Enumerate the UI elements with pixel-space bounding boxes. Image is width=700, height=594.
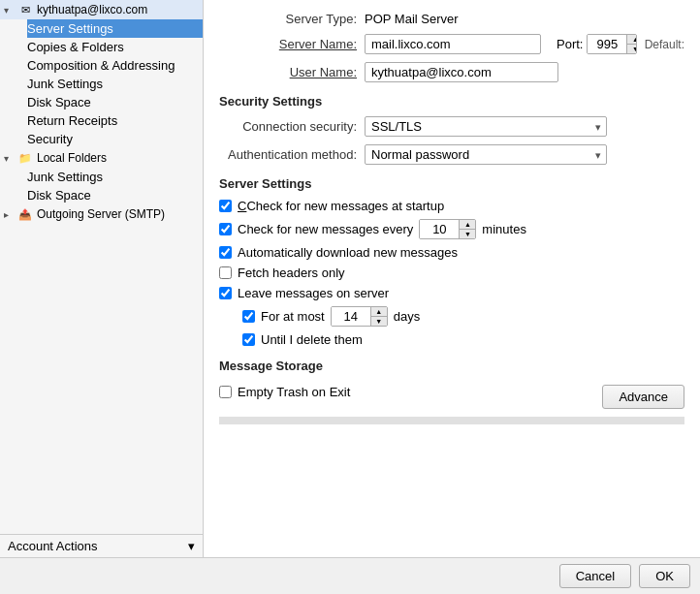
sidebar-item-label: Disk Space xyxy=(27,188,91,203)
until-delete-checkbox[interactable] xyxy=(242,333,255,346)
sidebar-item-label: Security xyxy=(27,132,73,146)
for-at-most-row: For at most ▲ ▼ days xyxy=(219,306,684,327)
for-at-most-buttons: ▲ ▼ xyxy=(370,307,387,326)
fetch-headers-row: Fetch headers only xyxy=(219,266,684,280)
username-label: User Name: xyxy=(219,65,365,79)
auth-method-select[interactable]: Normal password xyxy=(365,144,607,165)
sidebar-item-server-settings[interactable]: Server Settings xyxy=(27,19,203,38)
port-down-button[interactable]: ▼ xyxy=(627,44,636,53)
bottom-bar: Cancel OK xyxy=(0,557,700,594)
cancel-button[interactable]: Cancel xyxy=(559,564,631,588)
check-every-spinner[interactable]: ▲ ▼ xyxy=(419,219,476,239)
sidebar-content: ▾ ✉ kythuatpa@lixco.com Server Settings … xyxy=(0,0,203,534)
port-input[interactable] xyxy=(588,35,626,53)
message-storage-row: Empty Trash on Exit Advance xyxy=(219,381,684,409)
port-up-button[interactable]: ▲ xyxy=(627,35,636,44)
sidebar-item-junk-settings-lf[interactable]: Junk Settings xyxy=(27,168,203,186)
advanced-button[interactable]: Advance xyxy=(602,385,684,409)
account-label: Local Folders xyxy=(37,151,199,165)
arrow-icon: ▾ xyxy=(4,5,17,16)
fetch-headers-label[interactable]: Fetch headers only xyxy=(238,266,345,280)
server-name-row: Server Name: Port: ▲ ▼ Default: xyxy=(219,34,684,54)
port-spinner[interactable]: ▲ ▼ xyxy=(587,34,636,54)
check-startup-row: CCheck for new messages at startup xyxy=(219,199,684,213)
sidebar-item-outgoing-smtp[interactable]: ▸ 📤 Outgoing Server (SMTP) xyxy=(0,204,203,224)
for-at-most-label[interactable]: For at most xyxy=(261,309,325,324)
sidebar-item-disk-space[interactable]: Disk Space xyxy=(27,93,203,111)
check-every-down-button[interactable]: ▼ xyxy=(460,229,475,238)
account-actions-label: Account Actions xyxy=(8,539,98,553)
account-actions-bar[interactable]: Account Actions ▾ xyxy=(0,534,203,557)
sidebar-item-label: Return Receipts xyxy=(27,113,117,128)
connection-security-label: Connection security: xyxy=(219,119,365,134)
check-every-checkbox[interactable] xyxy=(219,223,232,235)
username-input[interactable] xyxy=(365,62,558,82)
folder-icon: 📁 xyxy=(17,150,33,166)
fetch-headers-checkbox[interactable] xyxy=(219,266,232,279)
check-startup-label[interactable]: CCheck for new messages at startup xyxy=(238,199,444,213)
ok-button[interactable]: OK xyxy=(639,564,690,588)
server-name-label: Server Name: xyxy=(219,37,365,51)
auth-method-row: Authentication method: Normal password xyxy=(219,144,684,165)
leave-messages-label[interactable]: Leave messages on server xyxy=(238,286,389,300)
check-every-input[interactable] xyxy=(420,220,459,238)
sidebar-item-return-receipts[interactable]: Return Receipts xyxy=(27,111,203,130)
username-row: User Name: xyxy=(219,62,684,82)
port-spinner-buttons: ▲ ▼ xyxy=(626,35,636,53)
empty-trash-label[interactable]: Empty Trash on Exit xyxy=(238,385,350,399)
for-at-most-up-button[interactable]: ▲ xyxy=(371,307,387,316)
check-startup-checkbox[interactable] xyxy=(219,200,232,212)
arrow-icon: ▾ xyxy=(4,153,17,164)
main-layout: ▾ ✉ kythuatpa@lixco.com Server Settings … xyxy=(0,0,700,557)
for-at-most-down-button[interactable]: ▼ xyxy=(371,316,387,326)
sidebar-item-account-kythuatpa[interactable]: ▾ ✉ kythuatpa@lixco.com xyxy=(0,0,203,19)
account-actions-arrow-icon: ▾ xyxy=(188,539,195,553)
auth-method-select-wrapper: Normal password xyxy=(365,144,607,165)
connection-security-select-wrapper: SSL/TLS xyxy=(365,116,607,137)
default-label: Default: xyxy=(645,38,684,51)
message-storage-heading: Message Storage xyxy=(219,359,684,373)
auto-download-checkbox[interactable] xyxy=(219,246,232,259)
account-children-local: Junk Settings Disk Space xyxy=(0,168,203,204)
sidebar-item-security[interactable]: Security xyxy=(27,130,203,148)
sidebar-item-copies-folders[interactable]: Copies & Folders xyxy=(27,38,203,56)
until-delete-row: Until I delete them xyxy=(219,332,684,347)
account-label: Outgoing Server (SMTP) xyxy=(37,207,199,221)
leave-messages-checkbox[interactable] xyxy=(219,287,232,299)
auto-download-row: Automatically download new messages xyxy=(219,245,684,260)
server-type-row: Server Type: POP Mail Server xyxy=(219,12,684,26)
outgoing-icon: 📤 xyxy=(17,206,33,222)
connection-security-select[interactable]: SSL/TLS xyxy=(365,116,607,137)
sidebar-item-junk-settings[interactable]: Junk Settings xyxy=(27,75,203,93)
server-name-input[interactable] xyxy=(365,34,541,54)
sidebar-item-composition-addressing[interactable]: Composition & Addressing xyxy=(27,56,203,75)
email-icon: ✉ xyxy=(17,2,33,17)
empty-trash-row: Empty Trash on Exit xyxy=(219,385,350,399)
for-at-most-checkbox[interactable] xyxy=(242,310,255,323)
port-label: Port: xyxy=(557,37,583,51)
security-settings-heading: Security Settings xyxy=(219,94,684,109)
server-settings-heading: Server Settings xyxy=(219,176,684,191)
account-label: kythuatpa@lixco.com xyxy=(37,3,199,16)
sidebar: ▾ ✉ kythuatpa@lixco.com Server Settings … xyxy=(0,0,204,557)
account-children-kythuatpa: Server Settings Copies & Folders Composi… xyxy=(0,19,203,148)
sidebar-item-local-folders[interactable]: ▾ 📁 Local Folders xyxy=(0,148,203,168)
sidebar-item-disk-space-lf[interactable]: Disk Space xyxy=(27,186,203,204)
until-delete-label[interactable]: Until I delete them xyxy=(261,332,363,347)
for-at-most-unit: days xyxy=(394,309,420,324)
horizontal-scrollbar[interactable] xyxy=(219,417,684,424)
sidebar-item-label: Junk Settings xyxy=(27,170,103,184)
auto-download-label[interactable]: Automatically download new messages xyxy=(238,245,458,260)
check-every-label[interactable]: Check for new messages every xyxy=(238,222,413,236)
check-every-buttons: ▲ ▼ xyxy=(459,220,475,238)
sidebar-item-label: Copies & Folders xyxy=(27,40,124,54)
for-at-most-input[interactable] xyxy=(332,307,370,326)
sidebar-item-label: Disk Space xyxy=(27,95,91,109)
empty-trash-checkbox[interactable] xyxy=(219,386,232,398)
sidebar-item-label: Junk Settings xyxy=(27,77,103,91)
for-at-most-spinner[interactable]: ▲ ▼ xyxy=(331,306,388,327)
check-every-row: Check for new messages every ▲ ▼ minutes xyxy=(219,219,684,239)
check-every-up-button[interactable]: ▲ xyxy=(460,220,475,229)
server-type-label: Server Type: xyxy=(219,12,365,26)
arrow-icon: ▸ xyxy=(4,209,17,220)
